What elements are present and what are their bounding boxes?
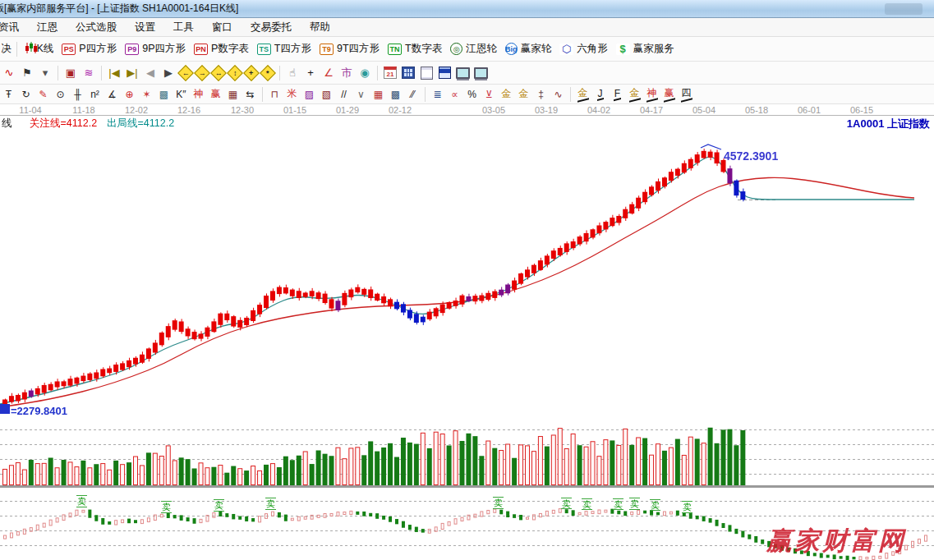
toolbar-button-winner-service[interactable]: $赢家服务 [612,42,679,56]
f-tool-icon[interactable]: Ŧ [0,86,17,103]
date-tick-0: 11-04 [19,105,41,115]
menu-item-3[interactable]: 设置 [126,18,164,37]
shen-tool-icon[interactable]: 神 [190,86,207,103]
shade-box-a-icon[interactable]: ▨ [301,86,318,103]
pen-flag-icon[interactable]: ✎ [35,86,52,103]
percent-icon[interactable]: % [463,86,481,103]
smart-brain-icon[interactable]: ◉ [356,64,374,82]
menu-item-0[interactable]: 资讯 [0,18,28,37]
n-square-icon[interactable]: n² [86,86,104,103]
box-tool-icon[interactable]: ⊓ [266,86,283,103]
date-axis: 11-0411-1812-0212-1612-3001-1501-2902-12… [0,104,934,116]
partial-toolbar-text: 决 [1,42,12,56]
move-right-icon[interactable]: → [194,65,210,81]
toolbar-button-winner-wheel[interactable]: Big赢家轮 [501,42,556,56]
trend-lines-icon[interactable]: // [335,86,352,103]
wave-check-icon[interactable]: ∨ [352,86,370,103]
gold-angle-icon[interactable]: 金 [574,86,591,103]
j-angle-icon[interactable]: J [591,86,609,103]
notebook-icon[interactable] [417,64,435,82]
zoom-in-icon[interactable]: + [243,65,260,81]
toolbar-button-hexagon[interactable]: ⬡六角形 [555,42,612,56]
gold2-angle-icon[interactable]: 金 [626,86,643,103]
window-controls[interactable] [885,3,922,15]
prev-bar-icon[interactable]: ◀ [141,64,159,82]
menu-item-5[interactable]: 窗口 [203,18,242,37]
zoom-reset-icon[interactable]: * [260,65,276,81]
width-arrows-icon[interactable]: ⇆ [242,86,259,103]
level-list-icon[interactable]: ≣ [429,86,446,103]
toolbar-button-9t-square[interactable]: T99T四方形 [315,42,384,56]
zoom-in-glyph: + [249,68,253,76]
calendar-icon[interactable]: 21 [381,64,399,82]
menu-item-4[interactable]: 工具 [164,18,203,37]
last-bar-icon[interactable]: ▶| [123,64,141,82]
expand-vertical-icon[interactable]: ↕ [227,65,243,81]
gann-grid-icon[interactable]: 市 [338,64,356,82]
nav-toolbar: ∿⚑▾▣≋|◀▶|◀▶←→↔↕+*☝+∠市◉21 [0,62,934,85]
shen-angle-icon[interactable]: 神 [643,86,660,103]
move-left-icon[interactable]: ← [177,65,194,81]
first-bar-icon[interactable]: |◀ [105,64,123,82]
calculator-icon[interactable] [399,64,417,82]
gold-line-icon[interactable]: 金 [515,86,532,103]
symbol-label[interactable]: 1A0001 上证指数 [847,117,930,131]
grid-target-icon[interactable]: ▩ [155,86,173,103]
kline-chart-icon[interactable]: ∿ [0,64,18,82]
fan-rays-glyph: 米 [288,87,297,101]
grid-123-glyph: ▦ [228,89,237,100]
harmonic-wave-icon[interactable]: ∿ [550,86,567,103]
percent-band-icon[interactable]: ⊻ [481,86,498,103]
menu-item-2[interactable]: 公式选股 [67,18,126,37]
flag-icon[interactable]: ⚑ [18,64,36,82]
menu-item-1[interactable]: 江恩 [28,18,67,37]
stamp-icon[interactable]: ▣ [62,64,80,82]
star-rays-icon[interactable]: ✶ [138,86,155,103]
percent-line-icon[interactable]: ∝ [446,86,463,103]
menu-item-7[interactable]: 帮助 [301,18,339,37]
save-icon[interactable] [435,64,453,82]
time-circle-glyph: ⊙ [56,89,64,100]
toolbar-label-t-number-table: T数字表 [405,42,442,56]
blue-grid-icon[interactable]: ▩ [387,86,404,103]
toolbar-button-kline[interactable]: K线 [21,42,58,57]
toolbar-button-gann-wheel[interactable]: ◎江恩轮 [446,42,501,56]
menu-item-6[interactable]: 交易委托 [242,18,301,37]
next-bar-icon[interactable]: ▶ [159,64,177,82]
angle-mirror-icon[interactable]: ∡ [104,86,121,103]
grid-123-icon[interactable]: ▦ [224,86,242,103]
pc-export-icon[interactable] [472,64,490,82]
spiral-icon[interactable]: ↻ [17,86,35,103]
k-quote-icon[interactable]: K″ [173,86,190,103]
toolbar-button-t-number-table[interactable]: TNT数字表 [384,42,446,56]
f-angle-icon[interactable]: F [609,86,626,103]
circle-target-icon[interactable]: ⊕ [121,86,138,103]
shen-angle-glyph: 神 [647,86,657,102]
angle-measure-icon[interactable]: ∠ [320,64,338,82]
gold-circle-icon[interactable]: 金 [498,86,515,103]
slash-lines-icon[interactable]: ⁄⁄ [404,86,421,103]
title-bar[interactable]: 版[赢家内部服务平台] - [上证指数 SH1A0001-164日K线] [0,0,934,18]
ruler-ticks-icon[interactable]: ╫ [69,86,86,103]
date-tick-11: 04-17 [640,105,663,115]
crosshair-icon[interactable]: + [301,64,320,82]
hand-drag-icon[interactable]: ☝ [283,64,301,82]
red-grid-icon[interactable]: ▦ [370,86,387,103]
toolbar-button-p-number-table[interactable]: PNP数字表 [190,42,253,56]
toolbar-button-p-square[interactable]: PSP四方形 [58,42,121,56]
date-tick-15: 06-15 [850,105,873,115]
ying-angle-icon[interactable]: 赢 [660,86,678,103]
screen-copy-icon[interactable] [453,64,472,82]
ying-tool-icon[interactable]: 赢 [207,86,224,103]
9t-square-icon: T9 [320,44,334,55]
toolbar-button-t-square[interactable]: TST四方形 [253,42,315,56]
expand-horizontal-icon[interactable]: ↔ [210,65,227,81]
toolbar-button-9p-square[interactable]: P99P四方形 [121,42,190,56]
fan-rays-icon[interactable]: 米 [283,86,301,103]
flag-caret-icon[interactable]: ▾ [36,64,54,82]
si-angle-icon[interactable]: 四 [678,86,695,103]
shade-box-b-icon[interactable]: ▧ [318,86,335,103]
time-circle-icon[interactable]: ⊙ [52,86,69,103]
color-wave-icon[interactable]: ≋ [80,64,98,82]
pen-mark-icon[interactable]: ‡ [532,86,550,103]
